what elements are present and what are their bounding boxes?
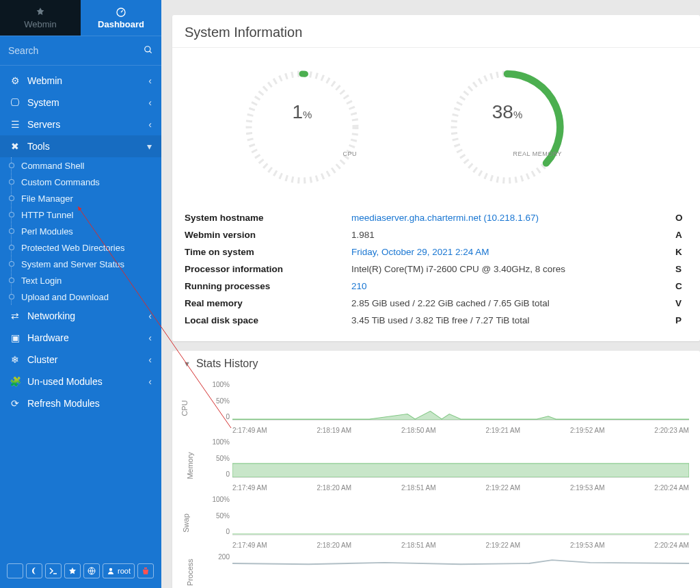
chevron-left-icon: ‹: [148, 119, 152, 130]
cluster-icon: ❄: [10, 354, 21, 365]
info-value[interactable]: Friday, October 29, 2021 2:24 AM: [351, 247, 489, 257]
info-row-memory: Real memory 2.85 GiB used / 2.22 GiB cac…: [185, 295, 688, 312]
sidebar-bottom-bar: root: [0, 557, 161, 588]
nav-item-webmin[interactable]: ⚙ Webmin ‹: [0, 70, 161, 92]
puzzle-icon: 🧩: [10, 376, 21, 387]
cpu-gauge-value: 1%: [241, 101, 364, 123]
nav-item-hardware[interactable]: ▣ Hardware ‹: [0, 327, 161, 349]
sidebar-nav: ⚙ Webmin ‹ 🖵 System ‹ ☰ Servers ‹ ✖ Tool…: [0, 66, 161, 557]
tab-dashboard[interactable]: Dashboard: [81, 0, 161, 36]
gauges-row: 1% CPU 38% REAL MEMORY: [172, 48, 700, 206]
nav-label: Tools: [27, 141, 50, 152]
info-row-processor: Processor information Intel(R) Core(TM) …: [185, 260, 688, 278]
sub-item-protected-web-directories[interactable]: Protected Web Directories: [12, 239, 161, 256]
nav-item-servers[interactable]: ☰ Servers ‹: [0, 113, 161, 135]
info-col2: P: [675, 315, 688, 325]
info-row-time: Time on system Friday, October 29, 2021 …: [185, 243, 688, 260]
info-label: Running processes: [185, 281, 351, 291]
memory-gauge-label: REAL MEMORY: [513, 150, 562, 157]
user-icon: [107, 567, 115, 575]
nav-item-cluster[interactable]: ❄ Cluster ‹: [0, 349, 161, 371]
nav-item-unused-modules[interactable]: 🧩 Un-used Modules ‹: [0, 371, 161, 392]
collapse-sidebar-button[interactable]: [7, 563, 23, 578]
chart-area: [232, 556, 689, 588]
sub-item-command-shell[interactable]: Command Shell: [12, 157, 161, 174]
sub-item-http-tunnel[interactable]: HTTP Tunnel: [12, 206, 161, 223]
sidebar-tabs: Webmin Dashboard: [0, 0, 161, 36]
stats-history-panel: ▼ Stats History CPU 100% 50% 0 2:17:49 A…: [172, 351, 700, 588]
chart-axis-label: Memory: [186, 452, 194, 479]
info-label: System hostname: [185, 213, 351, 223]
cpu-gauge: 1% CPU: [241, 66, 364, 189]
logout-button[interactable]: [137, 563, 154, 578]
chevron-left-icon: ‹: [148, 310, 152, 321]
chart-cpu: CPU 100% 50% 0 2:17:49 AM 2:18:19 AM 2:1…: [200, 379, 696, 437]
info-value: 2.85 GiB used / 2.22 GiB cached / 7.65 G…: [351, 298, 550, 308]
nav-label: Hardware: [27, 332, 69, 343]
refresh-icon: ⟳: [10, 398, 21, 409]
nav-label: System: [27, 97, 59, 108]
chart-axis-label: Process: [186, 559, 194, 586]
stats-history-header[interactable]: ▼ Stats History: [172, 351, 700, 377]
chart-area: [232, 441, 689, 478]
chart-process: Process 200: [200, 552, 696, 588]
sub-item-text-login[interactable]: Text Login: [12, 272, 161, 289]
info-value[interactable]: meediaserver.gha.chartermi.net (10.218.1…: [351, 213, 539, 223]
svg-point-3: [109, 568, 112, 571]
sub-item-system-and-server-status[interactable]: System and Server Status: [12, 256, 161, 272]
y-ticks: 200: [205, 553, 230, 576]
search-input[interactable]: [8, 45, 144, 56]
system-information-panel: System Information 1% CPU: [172, 15, 700, 341]
x-ticks: 2:17:49 AM 2:18:20 AM 2:18:51 AM 2:19:22…: [232, 484, 689, 492]
nav-item-tools[interactable]: ✖ Tools ▾: [0, 135, 161, 157]
info-col2: S: [675, 264, 688, 274]
sub-item-perl-modules[interactable]: Perl Modules: [12, 223, 161, 239]
chevron-left-icon: ‹: [148, 332, 152, 343]
search-icon[interactable]: [144, 45, 153, 57]
y-ticks: 100% 50% 0: [205, 438, 230, 478]
webmin-logo-icon: [35, 7, 46, 18]
info-col2: C: [675, 281, 688, 291]
favorites-button[interactable]: [64, 563, 81, 578]
nav-item-networking[interactable]: ⇄ Networking ‹: [0, 305, 161, 327]
chart-axis-label: Swap: [182, 513, 190, 533]
night-mode-button[interactable]: [26, 563, 42, 578]
sub-item-file-manager[interactable]: File Manager: [12, 190, 161, 206]
tab-webmin[interactable]: Webmin: [0, 0, 81, 36]
svg-point-1: [145, 46, 150, 51]
nav-label: Servers: [27, 119, 60, 130]
user-button[interactable]: root: [103, 563, 135, 578]
disk-icon: ▣: [10, 332, 21, 343]
nav-item-refresh-modules[interactable]: ⟳ Refresh Modules: [0, 392, 161, 414]
user-label: root: [118, 567, 131, 575]
servers-icon: ☰: [10, 119, 21, 130]
nav-item-system[interactable]: 🖵 System ‹: [0, 92, 161, 113]
memory-gauge-value: 38%: [446, 101, 569, 123]
tab-dashboard-label: Dashboard: [98, 19, 144, 29]
chevron-left-icon: ‹: [148, 376, 152, 387]
chevron-down-icon: ▾: [147, 141, 152, 152]
info-col2: K: [675, 247, 688, 257]
language-button[interactable]: [83, 563, 100, 578]
terminal-button[interactable]: [45, 563, 62, 578]
chevron-left-icon: ‹: [148, 75, 152, 86]
info-value: 1.981: [351, 230, 375, 240]
sub-item-custom-commands[interactable]: Custom Commands: [12, 174, 161, 190]
nav-label: Un-used Modules: [27, 376, 103, 387]
info-row-hostname: System hostname meediaserver.gha.charter…: [185, 209, 688, 226]
sub-item-upload-and-download[interactable]: Upload and Download: [12, 289, 161, 305]
collapse-triangle-icon: ▼: [183, 360, 191, 368]
search-bar: [0, 36, 161, 66]
info-value[interactable]: 210: [351, 281, 367, 291]
nav-label: Cluster: [27, 354, 57, 365]
info-col2: V: [675, 298, 688, 308]
system-info-table: System hostname meediaserver.gha.charter…: [172, 206, 700, 341]
chart-memory: Memory 100% 50% 0 2:17:49 AM 2:18:20 AM …: [200, 437, 696, 494]
monitor-icon: 🖵: [10, 97, 21, 108]
info-row-disk: Local disk space 3.45 TiB used / 3.82 Ti…: [185, 312, 688, 329]
chevron-left-icon: ‹: [148, 97, 152, 108]
svg-rect-7: [232, 464, 689, 477]
info-label: Processor information: [185, 264, 351, 274]
nav-label: Webmin: [27, 75, 62, 86]
info-col2: A: [675, 230, 688, 240]
